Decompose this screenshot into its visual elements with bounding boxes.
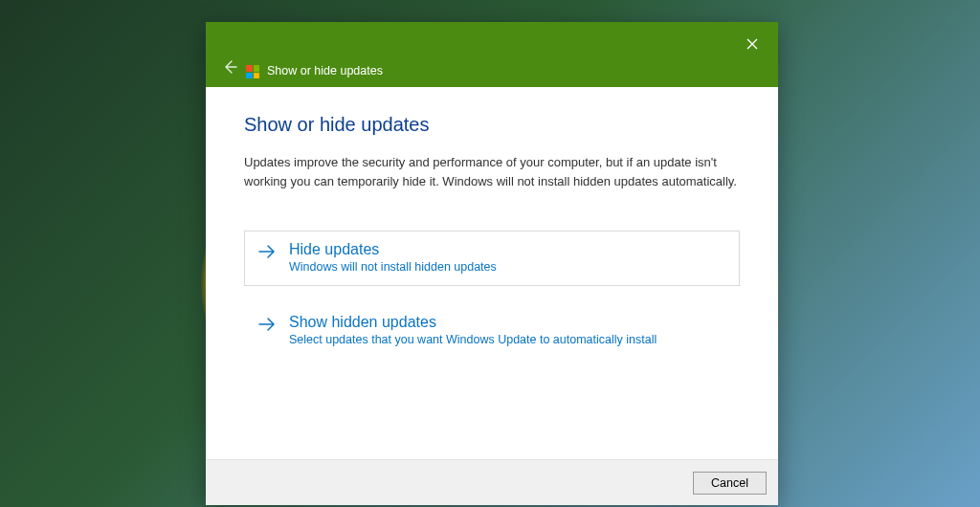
option-title: Hide updates (289, 241, 497, 258)
option-title: Show hidden updates (289, 314, 657, 331)
back-button[interactable] (219, 56, 240, 77)
option-show-hidden-updates[interactable]: Show hidden updates Select updates that … (244, 303, 740, 359)
arrow-right-icon (258, 314, 276, 336)
cancel-button[interactable]: Cancel (693, 472, 767, 495)
dialog-content: Show or hide updates Updates improve the… (206, 87, 778, 459)
close-button[interactable] (740, 32, 765, 56)
option-subtitle: Select updates that you want Windows Upd… (289, 333, 657, 346)
page-description: Updates improve the security and perform… (244, 153, 740, 190)
close-icon (746, 38, 758, 50)
page-heading: Show or hide updates (244, 114, 740, 136)
titlebar: Show or hide updates (206, 22, 778, 87)
dialog-footer: Cancel (206, 459, 778, 505)
back-arrow-icon (222, 59, 237, 75)
option-hide-updates[interactable]: Hide updates Windows will not install hi… (244, 231, 740, 286)
arrow-right-icon (258, 241, 276, 263)
troubleshooter-dialog: Show or hide updates Show or hide update… (206, 22, 778, 505)
microsoft-logo-icon (246, 65, 259, 78)
window-title: Show or hide updates (267, 64, 383, 77)
option-subtitle: Windows will not install hidden updates (289, 260, 497, 274)
